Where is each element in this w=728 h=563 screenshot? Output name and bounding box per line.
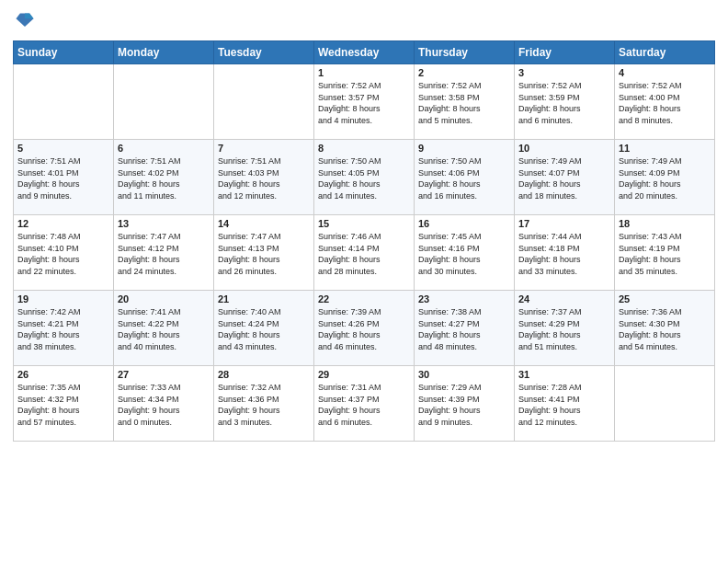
day-number: 18	[619, 218, 711, 229]
calendar-cell: 5Sunrise: 7:51 AM Sunset: 4:01 PM Daylig…	[14, 140, 114, 215]
day-info: Sunrise: 7:29 AM Sunset: 4:39 PM Dayligh…	[418, 382, 510, 428]
day-info: Sunrise: 7:51 AM Sunset: 4:01 PM Dayligh…	[17, 155, 109, 201]
calendar-cell: 20Sunrise: 7:41 AM Sunset: 4:22 PM Dayli…	[114, 291, 214, 366]
calendar-cell: 6Sunrise: 7:51 AM Sunset: 4:02 PM Daylig…	[114, 140, 214, 215]
day-number: 11	[619, 143, 711, 154]
day-number: 24	[518, 293, 610, 304]
day-info: Sunrise: 7:46 AM Sunset: 4:14 PM Dayligh…	[318, 231, 410, 277]
day-number: 9	[418, 143, 510, 154]
day-info: Sunrise: 7:40 AM Sunset: 4:24 PM Dayligh…	[218, 306, 310, 352]
day-info: Sunrise: 7:51 AM Sunset: 4:02 PM Dayligh…	[118, 155, 210, 201]
calendar-cell: 12Sunrise: 7:48 AM Sunset: 4:10 PM Dayli…	[14, 215, 114, 291]
day-number: 2	[418, 67, 510, 78]
calendar-table: SundayMondayTuesdayWednesdayThursdayFrid…	[13, 40, 715, 442]
day-info: Sunrise: 7:42 AM Sunset: 4:21 PM Dayligh…	[17, 306, 109, 352]
calendar-cell: 26Sunrise: 7:35 AM Sunset: 4:32 PM Dayli…	[14, 366, 114, 442]
day-number: 20	[118, 293, 210, 304]
day-number: 12	[17, 218, 109, 229]
calendar-cell: 7Sunrise: 7:51 AM Sunset: 4:03 PM Daylig…	[214, 140, 314, 215]
day-info: Sunrise: 7:38 AM Sunset: 4:27 PM Dayligh…	[418, 306, 510, 352]
weekday-header-thursday: Thursday	[415, 41, 515, 64]
day-info: Sunrise: 7:52 AM Sunset: 3:58 PM Dayligh…	[418, 80, 510, 126]
calendar-cell: 18Sunrise: 7:43 AM Sunset: 4:19 PM Dayli…	[615, 215, 715, 291]
day-number: 5	[17, 143, 109, 154]
day-number: 16	[418, 218, 510, 229]
day-info: Sunrise: 7:51 AM Sunset: 4:03 PM Dayligh…	[218, 155, 310, 201]
day-number: 14	[218, 218, 310, 229]
day-info: Sunrise: 7:44 AM Sunset: 4:18 PM Dayligh…	[518, 231, 610, 277]
calendar-cell: 13Sunrise: 7:47 AM Sunset: 4:12 PM Dayli…	[114, 215, 214, 291]
day-info: Sunrise: 7:47 AM Sunset: 4:12 PM Dayligh…	[118, 231, 210, 277]
calendar-cell: 4Sunrise: 7:52 AM Sunset: 4:00 PM Daylig…	[615, 64, 715, 140]
calendar-week-5: 26Sunrise: 7:35 AM Sunset: 4:32 PM Dayli…	[14, 366, 715, 442]
day-info: Sunrise: 7:49 AM Sunset: 4:07 PM Dayligh…	[518, 155, 610, 201]
day-number: 26	[17, 369, 109, 380]
logo-icon	[15, 9, 35, 29]
weekday-header-sunday: Sunday	[14, 41, 114, 64]
day-number: 10	[518, 143, 610, 154]
day-info: Sunrise: 7:31 AM Sunset: 4:37 PM Dayligh…	[318, 382, 410, 428]
calendar-cell: 1Sunrise: 7:52 AM Sunset: 3:57 PM Daylig…	[314, 64, 415, 140]
day-number: 25	[619, 293, 711, 304]
day-number: 31	[518, 369, 610, 380]
weekday-header-saturday: Saturday	[615, 41, 715, 64]
day-info: Sunrise: 7:52 AM Sunset: 3:59 PM Dayligh…	[518, 80, 610, 126]
calendar-cell: 8Sunrise: 7:50 AM Sunset: 4:05 PM Daylig…	[314, 140, 415, 215]
calendar-cell: 11Sunrise: 7:49 AM Sunset: 4:09 PM Dayli…	[615, 140, 715, 215]
day-info: Sunrise: 7:41 AM Sunset: 4:22 PM Dayligh…	[118, 306, 210, 352]
day-number: 13	[118, 218, 210, 229]
day-info: Sunrise: 7:50 AM Sunset: 4:05 PM Dayligh…	[318, 155, 410, 201]
day-number: 3	[518, 67, 610, 78]
day-info: Sunrise: 7:50 AM Sunset: 4:06 PM Dayligh…	[418, 155, 510, 201]
calendar-cell: 16Sunrise: 7:45 AM Sunset: 4:16 PM Dayli…	[415, 215, 515, 291]
day-number: 27	[118, 369, 210, 380]
page: SundayMondayTuesdayWednesdayThursdayFrid…	[0, 0, 728, 563]
logo	[13, 9, 35, 33]
day-info: Sunrise: 7:52 AM Sunset: 4:00 PM Dayligh…	[619, 80, 711, 126]
day-info: Sunrise: 7:32 AM Sunset: 4:36 PM Dayligh…	[218, 382, 310, 428]
calendar-week-3: 12Sunrise: 7:48 AM Sunset: 4:10 PM Dayli…	[14, 215, 715, 291]
day-info: Sunrise: 7:28 AM Sunset: 4:41 PM Dayligh…	[518, 382, 610, 428]
day-info: Sunrise: 7:33 AM Sunset: 4:34 PM Dayligh…	[118, 382, 210, 428]
day-info: Sunrise: 7:48 AM Sunset: 4:10 PM Dayligh…	[17, 231, 109, 277]
day-number: 7	[218, 143, 310, 154]
day-info: Sunrise: 7:36 AM Sunset: 4:30 PM Dayligh…	[619, 306, 711, 352]
calendar-cell: 19Sunrise: 7:42 AM Sunset: 4:21 PM Dayli…	[14, 291, 114, 366]
day-number: 22	[318, 293, 410, 304]
calendar-cell	[114, 64, 214, 140]
calendar-cell: 2Sunrise: 7:52 AM Sunset: 3:58 PM Daylig…	[415, 64, 515, 140]
calendar-cell: 21Sunrise: 7:40 AM Sunset: 4:24 PM Dayli…	[214, 291, 314, 366]
day-number: 1	[318, 67, 410, 78]
calendar-cell: 27Sunrise: 7:33 AM Sunset: 4:34 PM Dayli…	[114, 366, 214, 442]
weekday-header-row: SundayMondayTuesdayWednesdayThursdayFrid…	[14, 41, 715, 64]
calendar-cell: 25Sunrise: 7:36 AM Sunset: 4:30 PM Dayli…	[615, 291, 715, 366]
calendar-cell	[615, 366, 715, 442]
calendar-cell: 30Sunrise: 7:29 AM Sunset: 4:39 PM Dayli…	[415, 366, 515, 442]
svg-marker-1	[25, 13, 34, 18]
calendar-cell: 15Sunrise: 7:46 AM Sunset: 4:14 PM Dayli…	[314, 215, 415, 291]
calendar-cell: 3Sunrise: 7:52 AM Sunset: 3:59 PM Daylig…	[515, 64, 615, 140]
calendar-week-1: 1Sunrise: 7:52 AM Sunset: 3:57 PM Daylig…	[14, 64, 715, 140]
calendar-cell: 17Sunrise: 7:44 AM Sunset: 4:18 PM Dayli…	[515, 215, 615, 291]
calendar-cell: 22Sunrise: 7:39 AM Sunset: 4:26 PM Dayli…	[314, 291, 415, 366]
day-number: 8	[318, 143, 410, 154]
day-number: 6	[118, 143, 210, 154]
weekday-header-wednesday: Wednesday	[314, 41, 415, 64]
day-info: Sunrise: 7:39 AM Sunset: 4:26 PM Dayligh…	[318, 306, 410, 352]
calendar-cell: 23Sunrise: 7:38 AM Sunset: 4:27 PM Dayli…	[415, 291, 515, 366]
calendar-cell: 24Sunrise: 7:37 AM Sunset: 4:29 PM Dayli…	[515, 291, 615, 366]
day-number: 17	[518, 218, 610, 229]
header	[13, 9, 715, 33]
weekday-header-tuesday: Tuesday	[214, 41, 314, 64]
calendar-cell	[14, 64, 114, 140]
calendar-week-4: 19Sunrise: 7:42 AM Sunset: 4:21 PM Dayli…	[14, 291, 715, 366]
calendar-cell: 31Sunrise: 7:28 AM Sunset: 4:41 PM Dayli…	[515, 366, 615, 442]
day-number: 29	[318, 369, 410, 380]
day-number: 30	[418, 369, 510, 380]
day-info: Sunrise: 7:43 AM Sunset: 4:19 PM Dayligh…	[619, 231, 711, 277]
day-number: 28	[218, 369, 310, 380]
calendar-cell: 9Sunrise: 7:50 AM Sunset: 4:06 PM Daylig…	[415, 140, 515, 215]
calendar-week-2: 5Sunrise: 7:51 AM Sunset: 4:01 PM Daylig…	[14, 140, 715, 215]
calendar-cell: 29Sunrise: 7:31 AM Sunset: 4:37 PM Dayli…	[314, 366, 415, 442]
calendar-cell	[214, 64, 314, 140]
